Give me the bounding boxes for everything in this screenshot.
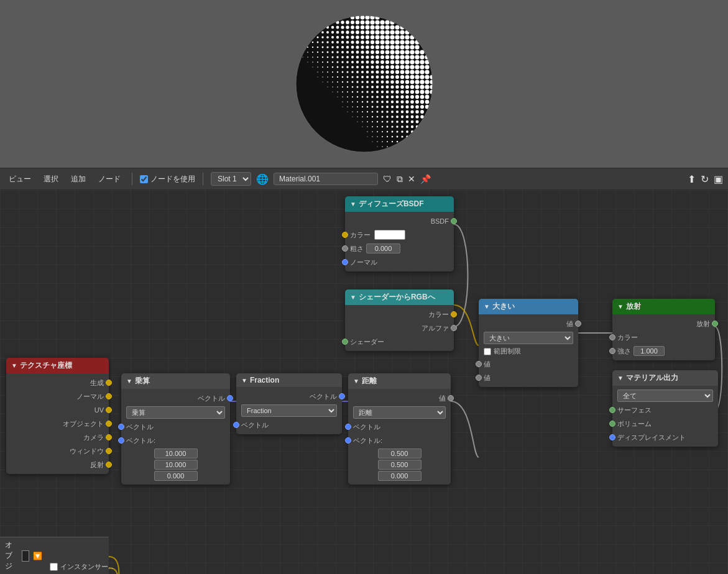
emission-socket-color xyxy=(609,334,615,340)
emission-strength-input[interactable] xyxy=(634,346,665,356)
arrow-icon: ↻ xyxy=(701,173,709,185)
shaderrgb-output-color: カラー xyxy=(345,308,454,321)
node-diffuse-header[interactable]: ▼ ディフューズBSDF xyxy=(345,196,454,212)
diffuse-output-label: BSDF xyxy=(431,217,449,225)
multiply-mode-dropdown[interactable]: 乗算 xyxy=(126,406,225,419)
texcoord-label-obj: オブジェクト xyxy=(63,419,104,429)
emission-output-emit: 放射 xyxy=(612,317,715,330)
add-menu-btn[interactable]: 追加 xyxy=(67,173,90,186)
node-distance-title: 距離 xyxy=(362,376,377,386)
material-name-input[interactable] xyxy=(274,173,378,185)
pin-icon[interactable]: 📌 xyxy=(420,174,431,184)
greater-clamp-checkbox[interactable] xyxy=(484,348,491,355)
node-fraction-body: ベクトル Fraction ベクトル xyxy=(236,387,342,434)
collapse-arrow-multiply: ▼ xyxy=(126,378,132,385)
use-nodes-toggle[interactable]: ノードを使用 xyxy=(140,174,195,184)
multiply-output-vector: ベクトル xyxy=(121,391,230,405)
collapse-arrow-fraction: ▼ xyxy=(241,377,247,384)
distance-mode-dropdown[interactable]: 距離 xyxy=(353,406,446,419)
collapse-arrow-distance: ▼ xyxy=(353,378,359,385)
fraction-input-vector: ベクトル xyxy=(236,418,342,432)
multiply-val2[interactable] xyxy=(154,460,198,470)
materialout-type-dropdown[interactable]: 全て xyxy=(617,390,713,402)
diffuse-socket-normal xyxy=(342,259,348,265)
multiply-socket-out xyxy=(227,395,233,401)
texcoord-label-camera: カメラ xyxy=(83,433,104,442)
multiply-vec2-label: ベクトル: xyxy=(126,436,155,445)
emission-strength-row: 強さ xyxy=(612,344,715,358)
texcoord-socket-obj xyxy=(106,421,112,427)
node-fraction: ▼ Fraction ベクトル Fraction ベクトル xyxy=(236,373,342,434)
multiply-socket-in2 xyxy=(118,437,124,444)
node-emission-header[interactable]: ▼ 放射 xyxy=(612,299,715,314)
node-multiply: ▼ 乗算 ベクトル 乗算 ベクトル ベクトル: xyxy=(121,373,230,485)
diffuse-socket-bsdf xyxy=(451,218,457,224)
distance-socket-in2 xyxy=(345,437,351,444)
shaderrgb-input-shader: シェーダー xyxy=(345,335,454,348)
copy-icon[interactable]: ⧉ xyxy=(397,174,403,184)
instances-checkbox[interactable] xyxy=(50,563,58,571)
preview-area xyxy=(0,0,728,168)
node-texcoord-header[interactable]: ▼ テクスチャ座標 xyxy=(6,358,109,373)
greater-input-val2: 値 xyxy=(479,371,578,385)
greater-socket-in1 xyxy=(476,361,482,367)
node-shader-rgb-title: シェーダーからRGBへ xyxy=(359,292,435,303)
collapse-arrow-shaderrgb: ▼ xyxy=(350,294,356,301)
materialout-volume-row: ボリューム xyxy=(612,417,718,430)
texcoord-output-camera: カメラ xyxy=(6,430,109,444)
node-diffuse-body: BSDF カラー 粗さ ノーマル xyxy=(345,212,454,271)
fraction-mode-dropdown[interactable]: Fraction xyxy=(241,404,337,417)
diffuse-socket-color xyxy=(342,232,348,238)
greater-mode-dropdown[interactable]: 大きい xyxy=(484,332,573,344)
greater-output-label: 値 xyxy=(566,319,573,329)
node-fraction-title: Fraction xyxy=(250,376,279,385)
node-materialout-body: 全て サーフェス ボリューム ディスプレイスメント xyxy=(612,386,718,447)
diffuse-roughness-input[interactable] xyxy=(366,244,400,253)
emission-output-label: 放射 xyxy=(696,319,710,329)
multiply-val1[interactable] xyxy=(154,449,198,458)
diffuse-color-swatch[interactable] xyxy=(374,230,405,240)
view-menu-btn[interactable]: ビュー xyxy=(5,173,35,186)
multiply-socket-in1 xyxy=(118,424,124,430)
eyedropper-icon[interactable]: 🔽 xyxy=(33,552,42,560)
node-greater-header[interactable]: ▼ 大きい xyxy=(479,299,578,314)
toolbar-divider-1 xyxy=(132,173,132,185)
texcoord-output-uv: UV xyxy=(6,403,109,417)
distance-val1[interactable] xyxy=(378,449,422,458)
node-menu-btn[interactable]: ノード xyxy=(94,173,124,186)
texcoord-label-reflect: 反射 xyxy=(90,460,104,470)
node-materialout-header[interactable]: ▼ マテリアル出力 xyxy=(612,370,718,386)
greater-socket-in2 xyxy=(476,375,482,381)
node-emission-body: 放射 カラー 強さ xyxy=(612,314,715,360)
distance-input-vec2: ベクトル: xyxy=(348,434,451,447)
node-greater-body: 値 大きい 範囲制限 値 値 xyxy=(479,314,578,387)
emission-socket-out xyxy=(712,321,718,327)
distance-output-value: 値 xyxy=(348,391,451,405)
distance-val2[interactable] xyxy=(378,460,422,470)
greater-input-val1: 値 xyxy=(479,357,578,371)
node-fraction-header[interactable]: ▼ Fraction xyxy=(236,373,342,387)
texcoord-socket-window xyxy=(106,448,112,454)
distance-socket-in1 xyxy=(345,424,351,430)
globe-icon: 🌐 xyxy=(256,173,269,185)
select-menu-btn[interactable]: 選択 xyxy=(40,173,62,186)
multiply-val3[interactable] xyxy=(154,471,198,481)
node-texcoord: ▼ テクスチャ座標 生成 ノーマル UV オブジェクト カメラ xyxy=(6,358,109,474)
distance-output-label: 値 xyxy=(439,394,446,403)
node-shader-rgb-header[interactable]: ▼ シェーダーからRGBへ xyxy=(345,289,454,305)
use-nodes-checkbox[interactable] xyxy=(140,175,148,183)
node-multiply-header[interactable]: ▼ 乗算 xyxy=(121,373,230,389)
view3d-icon: ▣ xyxy=(714,173,723,185)
node-distance-header[interactable]: ▼ 距離 xyxy=(348,373,451,389)
texcoord-output-normal: ノーマル xyxy=(6,390,109,403)
close-icon[interactable]: ✕ xyxy=(408,174,415,184)
instances-checkbox-label[interactable]: インスタンサー... xyxy=(50,562,114,572)
materialout-socket-surface xyxy=(609,407,615,413)
slot-select[interactable]: Slot 1 xyxy=(211,172,251,186)
texcoord-output-reflect: 反射 xyxy=(6,458,109,472)
distance-val3[interactable] xyxy=(378,471,422,481)
texcoord-label-window: ウィンドウ xyxy=(70,447,104,456)
multiply-input-vec1: ベクトル xyxy=(121,420,230,434)
materialout-socket-volume xyxy=(609,421,615,427)
node-materialout-title: マテリアル出力 xyxy=(626,373,678,383)
